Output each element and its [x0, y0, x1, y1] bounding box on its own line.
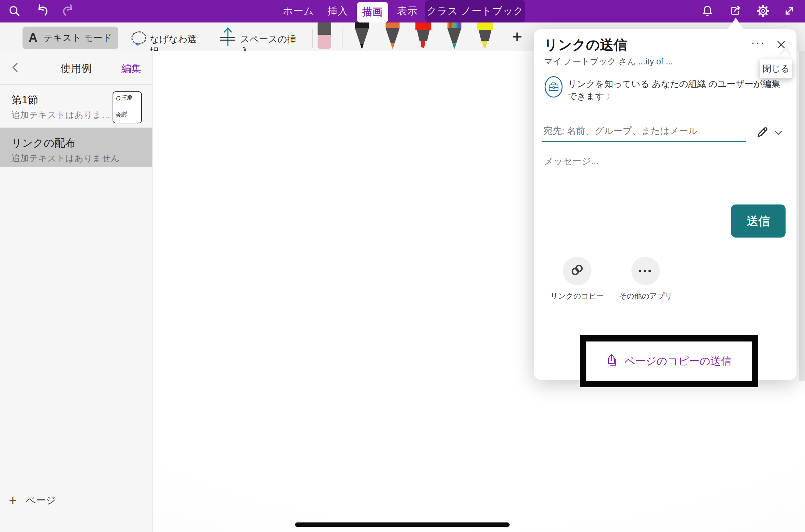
page-list-sidebar: 使用例 編集 第1節 追加テキストはありま… O三角 会割. リンクの配布 追加… [0, 51, 152, 532]
export-page-icon [606, 353, 619, 370]
notifications-bell-icon[interactable] [701, 4, 714, 19]
undo-icon[interactable] [34, 3, 50, 20]
page-thumbnail: O三角 会割. [113, 91, 142, 123]
send-link-dialog: リンクの送信 ··· マイ ノートブック さん ...ity of ... リン… [534, 29, 796, 380]
settings-gear-icon[interactable] [756, 4, 770, 19]
ellipsis-icon: ••• [639, 266, 653, 276]
lasso-icon: + [131, 31, 146, 44]
share-icon[interactable] [728, 4, 742, 19]
chevron-right-icon: 〉 [606, 92, 614, 101]
tab-class-notebook[interactable]: クラス ノートブック [425, 0, 525, 22]
copy-link-button[interactable] [563, 257, 591, 285]
red-highlighter-tool[interactable] [414, 22, 433, 50]
page-list-item[interactable]: 第1節 追加テキストはありま… O三角 会割. [0, 85, 152, 128]
tab-home[interactable]: ホーム [280, 0, 317, 22]
sidebar-header: 使用例 編集 [0, 51, 152, 85]
lasso-select-button[interactable]: + なげなわ選択 [131, 29, 200, 47]
toolbar-divider [342, 29, 342, 48]
send-page-copy-button[interactable]: ページのコピーの送信 [604, 352, 733, 370]
recipient-underline [542, 141, 746, 142]
chevron-down-icon[interactable] [773, 127, 785, 138]
yellow-highlighter-tool[interactable] [475, 22, 495, 50]
permission-settings-row[interactable]: リンクを知っている あなたの組織 のユーザーが編集できます〉 [544, 76, 787, 103]
redo-icon[interactable] [61, 3, 76, 20]
edit-button[interactable]: 編集 [121, 62, 141, 76]
insert-space-icon [219, 26, 237, 48]
notebook-subtitle: マイ ノートブック さん ...ity of ... [544, 56, 673, 67]
home-indicator-bar[interactable] [295, 522, 510, 527]
more-options-button[interactable]: ··· [748, 34, 769, 50]
dialog-title: リンクの送信 [544, 35, 627, 54]
rainbow-pen-tool[interactable] [445, 22, 464, 50]
text-mode-button[interactable]: A テキスト モード [23, 27, 118, 49]
message-input[interactable] [543, 153, 747, 169]
share-popover-caret [728, 18, 744, 29]
add-pen-button[interactable]: + [508, 27, 527, 46]
onenote-app: ホーム 挿入 描画 表示 クラス ノートブック A テキスト モード + なげな… [0, 0, 805, 532]
page-list-item-selected[interactable]: リンクの配布 追加テキストはありません [0, 128, 152, 167]
black-pen-tool[interactable] [352, 22, 371, 50]
tab-draw[interactable]: 描画 [357, 2, 388, 23]
tab-insert[interactable]: 挿入 [319, 0, 356, 22]
annotation-highlight-box: ページのコピーの送信 [580, 335, 758, 387]
toolbar-divider [312, 29, 313, 48]
recipient-input[interactable] [542, 123, 746, 138]
canvas-right-gutter [799, 51, 805, 381]
orange-pen-tool[interactable] [383, 22, 402, 50]
insert-space-button[interactable]: スペースの挿入 [219, 26, 297, 48]
tab-view[interactable]: 表示 [390, 0, 424, 22]
text-mode-icon: A [29, 31, 38, 45]
more-apps-button[interactable]: ••• [631, 257, 660, 285]
edit-permission-pencil-icon[interactable] [755, 125, 770, 140]
organization-briefcase-icon [544, 76, 563, 100]
eraser-tool[interactable] [317, 22, 332, 50]
search-icon[interactable] [8, 4, 21, 19]
close-icon[interactable] [773, 37, 789, 52]
permission-text: リンクを知っている あなたの組織 のユーザーが編集できます〉 [568, 76, 785, 103]
top-app-bar: ホーム 挿入 描画 表示 クラス ノートブック [0, 0, 805, 22]
link-icon [569, 262, 585, 279]
plus-icon: + [9, 493, 17, 508]
send-button[interactable]: 送信 [731, 204, 786, 238]
add-page-button[interactable]: + ページ [9, 493, 56, 508]
fullscreen-expand-icon[interactable] [782, 4, 796, 19]
close-tooltip: 閉じる [760, 59, 792, 78]
